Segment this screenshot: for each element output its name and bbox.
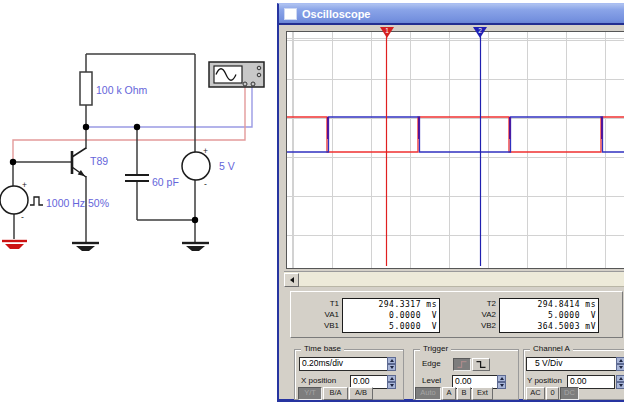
desktop: 100 k Ohm T89 60 pF 5 V 1000 Hz 50% + - … bbox=[0, 0, 624, 407]
trigger-a-button[interactable]: A bbox=[442, 387, 456, 400]
cursor2-readout: 294.8414ms 5.0000V 364.5003mV bbox=[499, 298, 599, 333]
yt-button[interactable]: Y/T bbox=[298, 387, 322, 400]
trigger-auto-button[interactable]: Auto bbox=[415, 387, 441, 400]
capacitor-label: 60 pF bbox=[152, 176, 179, 188]
y-position-spinner[interactable] bbox=[616, 375, 624, 389]
capacitor[interactable] bbox=[125, 175, 149, 181]
vb1-unit: V bbox=[421, 322, 437, 332]
trigger-group: Trigger Edge Level 0.00 Auto A B Ext bbox=[413, 349, 519, 400]
left-arrow-icon bbox=[290, 277, 294, 283]
scope-display bbox=[286, 31, 624, 269]
sq-minus-sign: - bbox=[21, 212, 24, 222]
t2-unit: ms bbox=[580, 300, 596, 310]
emitter-arrow bbox=[78, 170, 85, 176]
cursor2-readout-labels: T2 VA2 VB2 bbox=[456, 298, 496, 331]
x-position-spinner[interactable] bbox=[387, 375, 396, 389]
va2-label: VA2 bbox=[456, 309, 496, 320]
spin-down-icon[interactable] bbox=[387, 364, 396, 371]
square-wave-icon bbox=[30, 197, 43, 205]
t1-label: T1 bbox=[299, 298, 339, 309]
square-wave-source[interactable] bbox=[0, 186, 43, 214]
vb1-value: 5.0000 bbox=[345, 322, 421, 332]
level-spinner[interactable] bbox=[497, 375, 506, 389]
vb2-label: VB2 bbox=[456, 320, 496, 331]
dc-plus-sign: + bbox=[203, 146, 208, 156]
square-source-label: 1000 Hz 50% bbox=[46, 197, 109, 209]
dc-minus-sign: - bbox=[204, 179, 207, 189]
scope-scrollbar[interactable] bbox=[284, 271, 624, 287]
va1-label: VA1 bbox=[299, 309, 339, 320]
level-label: Level bbox=[422, 376, 441, 385]
channel-a-scale-spinner[interactable] bbox=[616, 357, 624, 371]
window-icon bbox=[284, 8, 297, 20]
spin-down-icon[interactable] bbox=[616, 364, 624, 371]
rising-edge-icon bbox=[456, 360, 468, 369]
resistor[interactable] bbox=[80, 72, 92, 105]
oscilloscope-icon[interactable] bbox=[209, 62, 264, 87]
ba-button[interactable]: B/A bbox=[323, 387, 348, 400]
ab-button[interactable]: A/B bbox=[349, 387, 373, 400]
oscilloscope-window: Oscilloscope 1 2 T1 VA1 VB1 294 bbox=[277, 3, 624, 402]
vb2-value: 364.5003 bbox=[502, 322, 580, 332]
ground-square-source[interactable] bbox=[2, 241, 27, 249]
cursor1-readout-labels: T1 VA1 VB1 bbox=[299, 298, 339, 331]
falling-edge-button[interactable] bbox=[472, 358, 490, 371]
spin-up-icon[interactable] bbox=[616, 357, 624, 364]
rising-edge-button[interactable] bbox=[453, 358, 471, 371]
spin-up-icon[interactable] bbox=[497, 375, 506, 382]
va2-unit: V bbox=[580, 311, 596, 321]
x-position-label: X position bbox=[301, 376, 336, 385]
sq-plus-sign: + bbox=[22, 180, 27, 190]
ground-dc-source[interactable] bbox=[182, 243, 209, 251]
circuit-wires bbox=[13, 54, 195, 243]
spin-up-icon[interactable] bbox=[387, 357, 396, 364]
va1-unit: V bbox=[421, 311, 437, 321]
cursor1-readout: 294.3317ms 0.0000V 5.0000V bbox=[342, 298, 440, 333]
timebase-scale-field[interactable]: 0.20ms/div bbox=[299, 357, 388, 371]
trigger-b-button[interactable]: B bbox=[457, 387, 471, 400]
spin-down-icon[interactable] bbox=[497, 382, 506, 389]
channel-b-trace bbox=[287, 117, 624, 152]
trigger-title: Trigger bbox=[420, 344, 451, 353]
va2-value: 5.0000 bbox=[502, 311, 580, 321]
channel-a-trace bbox=[287, 117, 624, 152]
circuit-schematic: 100 k Ohm T89 60 pF 5 V 1000 Hz 50% + - … bbox=[0, 0, 280, 270]
t1-value: 294.3317 bbox=[345, 300, 421, 310]
dc-button[interactable]: DC bbox=[560, 387, 579, 400]
channel-a-group: Channel A 5 V/Div Y position 0.00 AC 0 D… bbox=[523, 349, 624, 400]
dc-voltage-source[interactable] bbox=[182, 152, 210, 180]
t1-unit: ms bbox=[421, 300, 437, 310]
timebase-title: Time base bbox=[301, 344, 344, 353]
spin-up-icon[interactable] bbox=[616, 375, 624, 382]
vb2-unit: mV bbox=[580, 322, 596, 332]
y-position-label: Y position bbox=[527, 376, 562, 385]
trigger-ext-button[interactable]: Ext bbox=[472, 387, 493, 400]
t2-label: T2 bbox=[456, 298, 496, 309]
vb1-label: VB1 bbox=[299, 320, 339, 331]
timebase-scale-spinner[interactable] bbox=[387, 357, 396, 371]
ground-emitter[interactable] bbox=[72, 243, 99, 251]
spin-down-icon[interactable] bbox=[616, 382, 624, 389]
falling-edge-icon bbox=[475, 360, 487, 369]
ac-button[interactable]: AC bbox=[526, 387, 545, 400]
zero-button[interactable]: 0 bbox=[546, 387, 559, 400]
timebase-group: Time base 0.20ms/div X position 0.00 Y/T… bbox=[294, 349, 404, 400]
channel-a-scale-field[interactable]: 5 V/Div bbox=[526, 357, 623, 371]
probe-wire-channel-a[interactable] bbox=[13, 86, 245, 162]
transistor[interactable] bbox=[72, 148, 86, 177]
window-title: Oscilloscope bbox=[302, 8, 370, 20]
scroll-left-button[interactable] bbox=[284, 273, 299, 287]
t2-value: 294.8414 bbox=[502, 300, 580, 310]
titlebar[interactable]: Oscilloscope bbox=[279, 4, 624, 25]
dc-source-label: 5 V bbox=[219, 160, 235, 172]
va1-value: 0.0000 bbox=[345, 311, 421, 321]
waveform-plot bbox=[287, 32, 624, 266]
resistor-label: 100 k Ohm bbox=[96, 84, 148, 96]
edge-label: Edge bbox=[422, 359, 441, 368]
spin-down-icon[interactable] bbox=[387, 382, 396, 389]
spin-up-icon[interactable] bbox=[387, 375, 396, 382]
channel-a-title: Channel A bbox=[530, 344, 573, 353]
transistor-label: T89 bbox=[90, 155, 108, 167]
measurement-panel: T1 VA1 VB1 294.3317ms 0.0000V 5.0000V T2… bbox=[290, 291, 623, 338]
